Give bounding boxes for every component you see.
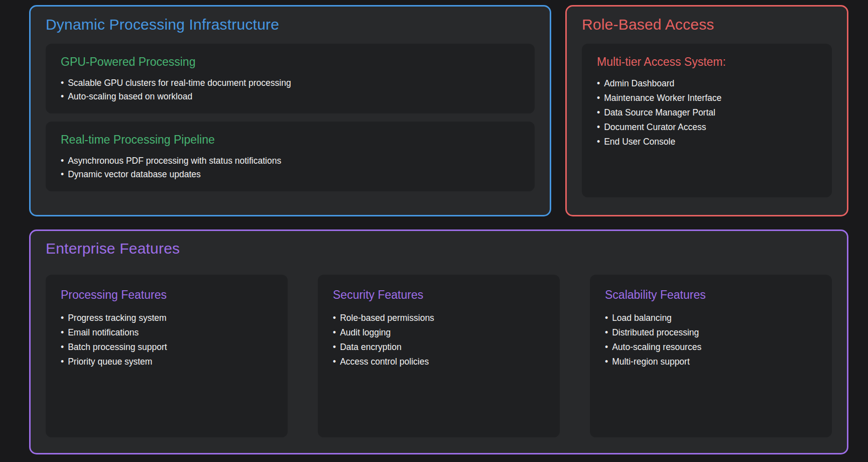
- realtime-processing-pipeline-list: Asynchronous PDF processing with status …: [61, 154, 520, 181]
- security-features-card-title: Security Features: [333, 288, 545, 302]
- role-based-access-panel: Role-Based Access Multi-tier Access Syst…: [565, 5, 848, 216]
- enterprise-features-panel: Enterprise Features Processing Features …: [29, 229, 848, 454]
- gpu-powered-processing-card-title: GPU-Powered Processing: [61, 55, 520, 69]
- list-item: Dynamic vector database updates: [61, 168, 520, 181]
- list-item: Multi-region support: [605, 355, 817, 369]
- list-item: Audit logging: [333, 325, 545, 340]
- list-item: Load balancing: [605, 311, 817, 325]
- infrastructure-panel: Dynamic Processing Infrastructure GPU-Po…: [29, 5, 551, 216]
- list-item: Auto-scaling based on workload: [61, 90, 520, 103]
- list-item: Progress tracking system: [61, 311, 273, 325]
- processing-features-list: Progress tracking system Email notificat…: [61, 311, 273, 369]
- infrastructure-panel-title: Dynamic Processing Infrastructure: [46, 16, 535, 33]
- scalability-features-card-title: Scalability Features: [605, 288, 817, 302]
- multi-tier-access-card: Multi-tier Access System: Admin Dashboar…: [582, 44, 832, 197]
- list-item: Maintenance Worker Interface: [597, 91, 817, 105]
- list-item: Role-based permissions: [333, 311, 545, 325]
- list-item: Auto-scaling resources: [605, 340, 817, 355]
- page: Dynamic Processing Infrastructure GPU-Po…: [0, 0, 868, 462]
- role-based-access-panel-title: Role-Based Access: [582, 16, 832, 33]
- list-item: Data encryption: [333, 340, 545, 355]
- list-item: End User Console: [597, 135, 817, 149]
- multi-tier-access-card-title: Multi-tier Access System:: [597, 55, 817, 69]
- realtime-processing-pipeline-card-title: Real-time Processing Pipeline: [61, 133, 520, 147]
- role-based-access-cards: Multi-tier Access System: Admin Dashboar…: [582, 44, 832, 197]
- list-item: Batch processing support: [61, 340, 273, 355]
- multi-tier-access-list: Admin Dashboard Maintenance Worker Inter…: [597, 76, 817, 149]
- list-item: Email notifications: [61, 325, 273, 340]
- security-features-list: Role-based permissions Audit logging Dat…: [333, 311, 545, 369]
- processing-features-card-title: Processing Features: [61, 288, 273, 302]
- list-item: Asynchronous PDF processing with status …: [61, 154, 520, 168]
- top-row: Dynamic Processing Infrastructure GPU-Po…: [29, 5, 848, 216]
- list-item: Priority queue system: [61, 355, 273, 369]
- realtime-processing-pipeline-card: Real-time Processing Pipeline Asynchrono…: [46, 122, 535, 191]
- scalability-features-list: Load balancing Distributed processing Au…: [605, 311, 817, 369]
- gpu-powered-processing-card: GPU-Powered Processing Scalable GPU clus…: [46, 44, 535, 113]
- list-item: Admin Dashboard: [597, 76, 817, 91]
- list-item: Data Source Manager Portal: [597, 105, 817, 120]
- security-features-card: Security Features Role-based permissions…: [318, 275, 560, 437]
- list-item: Distributed processing: [605, 325, 817, 340]
- list-item: Access control policies: [333, 355, 545, 369]
- infrastructure-cards: GPU-Powered Processing Scalable GPU clus…: [46, 44, 535, 191]
- list-item: Scalable GPU clusters for real-time docu…: [61, 76, 520, 90]
- enterprise-feature-cards: Processing Features Progress tracking sy…: [46, 275, 832, 437]
- processing-features-card: Processing Features Progress tracking sy…: [46, 275, 288, 437]
- scalability-features-card: Scalability Features Load balancing Dist…: [590, 275, 832, 437]
- gpu-powered-processing-list: Scalable GPU clusters for real-time docu…: [61, 76, 520, 103]
- enterprise-features-panel-title: Enterprise Features: [46, 240, 832, 257]
- list-item: Document Curator Access: [597, 120, 817, 135]
